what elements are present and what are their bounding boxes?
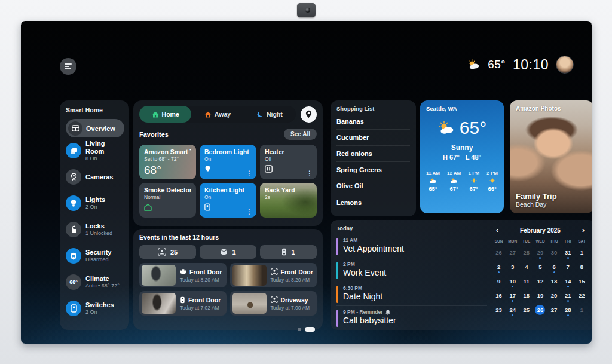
card-menu-icon[interactable]: ⋮ (246, 208, 253, 215)
sidebar-item-climate[interactable]: 68° ClimateAuto • 68°-72° (66, 269, 124, 295)
sidebar-item-sub: 1 Unlocked (85, 230, 112, 237)
sidebar-item-sub: 2 On (85, 204, 105, 210)
calendar-day[interactable]: 14 (561, 274, 575, 288)
mode-tab-bar: Home Away Night (139, 106, 296, 123)
counter-doorbell-events[interactable]: 1 (260, 245, 317, 259)
event-card[interactable]: Front Door Today at 8:20 AM (139, 263, 227, 287)
calendar-day[interactable]: 11 (519, 274, 533, 288)
event-card[interactable]: Front Door Today at 7:02 AM (139, 291, 227, 316)
calendar-day[interactable]: 16 (492, 288, 506, 302)
calendar-day[interactable]: 8 (575, 259, 589, 274)
shopping-list-item[interactable]: Spring Greens (336, 162, 410, 178)
agenda-item[interactable]: 6:30 PMDate Night (336, 282, 487, 306)
agenda-color-bar (336, 262, 338, 279)
tab-home[interactable]: Home (139, 106, 191, 123)
device-card-heater[interactable]: Heater Off ⋮ (260, 145, 317, 179)
calendar-day[interactable]: 17 (506, 288, 519, 302)
calendar-day[interactable]: 18 (519, 288, 533, 302)
calendar-day[interactable]: 25 (519, 302, 533, 317)
shopping-list-item[interactable]: Red onions (336, 146, 410, 162)
hourly-forecast: 2 PM 66° (486, 170, 498, 192)
calendar-day[interactable]: 26 (492, 245, 506, 259)
calendar-day[interactable]: 13 (547, 274, 561, 288)
calendar-day[interactable]: 1 (575, 245, 589, 259)
sidebar-item-lights[interactable]: Lights2 On (66, 190, 124, 216)
event-card[interactable]: Front Door Today at 8:20 AM (230, 263, 317, 287)
agenda-item[interactable]: 2 PMWork Event (336, 258, 487, 282)
card-menu-icon[interactable]: ⋮ (306, 170, 313, 177)
device-card-smoke-detector[interactable]: Smoke Detector Normal (139, 183, 196, 218)
calendar-day[interactable]: 26 (533, 302, 547, 317)
calendar-day[interactable]: 9 (492, 274, 506, 288)
tab-away[interactable]: Away (191, 106, 243, 123)
calendar-day[interactable]: 1 (575, 302, 589, 317)
sidebar-item-locks[interactable]: Locks1 Unlocked (66, 216, 124, 243)
device-card-kitchen-light[interactable]: Kitchen Light On ⋮ (200, 183, 256, 218)
calendar-day[interactable]: 30 (547, 245, 561, 259)
calendar-day[interactable]: 20 (547, 288, 561, 302)
calendar-day[interactable]: 3 (506, 259, 519, 274)
event-card[interactable]: Driveway Today at 7:00 AM (230, 291, 317, 316)
calendar-day[interactable]: 5 (533, 259, 547, 274)
device-card-back-yard-camera[interactable]: Back Yard 2s (260, 183, 317, 218)
location-button[interactable] (301, 106, 317, 123)
calendar-day[interactable]: 4 (519, 259, 533, 274)
calendar-prev-button[interactable]: ‹ (494, 226, 500, 234)
weather-widget[interactable]: Seattle, WA 65° Sunny H 67° L 48° 11 AM … (420, 100, 504, 213)
favorites-title: Favorites (139, 131, 169, 138)
calendar-day[interactable]: 15 (575, 274, 589, 288)
shopping-list-item[interactable]: Olive Oil (336, 178, 410, 194)
sidebar-item-switches[interactable]: Switches2 On (66, 295, 124, 322)
bulb-icon (66, 195, 81, 211)
hourly-forecast: 11 AM 65° (426, 170, 440, 192)
device-card-bedroom-light[interactable]: Bedroom Light On ⋮ (200, 145, 256, 179)
tab-night[interactable]: Night (244, 106, 296, 123)
events-panel: Events in the last 12 hours 25 1 1 (133, 229, 323, 330)
page-dot[interactable] (298, 328, 301, 331)
hamburger-menu-button[interactable] (60, 58, 76, 75)
calendar-day[interactable]: 22 (575, 288, 589, 302)
shopping-list-item[interactable]: Lemons (336, 194, 410, 210)
sidebar-item-overview[interactable]: Overview (66, 119, 124, 137)
calendar-day[interactable]: 2 (492, 259, 506, 274)
calendar-day[interactable]: 28 (519, 245, 533, 259)
photos-widget[interactable]: Amazon Photos Family Trip Beach Day (510, 100, 592, 213)
calendar-day[interactable]: 29 (533, 245, 547, 259)
calendar-day[interactable]: 27 (547, 302, 561, 317)
partly-cloudy-icon (450, 178, 458, 183)
sidebar: Smart Home Overview Living Room8 On Came… (60, 100, 129, 330)
topbar-status: 65° 10:10 (467, 56, 574, 74)
counter-person-events[interactable]: 25 (139, 245, 196, 259)
camera-icon (66, 169, 81, 185)
shopping-list-item[interactable]: Bananas (336, 114, 410, 130)
calendar-day[interactable]: 12 (533, 274, 547, 288)
device-card-thermostat[interactable]: Amazon Smart T... Set to 68° - 72° 68° (139, 145, 196, 179)
calendar-day[interactable]: 31 (561, 245, 575, 259)
agenda-item[interactable]: 11 AMVet Appointment (336, 234, 487, 258)
calendar-day[interactable]: 27 (506, 245, 519, 259)
shopping-list-item[interactable]: Cucumber (336, 130, 410, 146)
sidebar-item-security[interactable]: SecurityDisarmed (66, 243, 124, 269)
calendar-day[interactable]: 28 (561, 302, 575, 317)
calendar-day[interactable]: 19 (533, 288, 547, 302)
calendar-day[interactable]: 24 (506, 302, 519, 317)
sidebar-item-label: Overview (86, 125, 115, 132)
sidebar-item-living-room[interactable]: Living Room8 On (66, 137, 124, 164)
favorites-grid: Amazon Smart T... Set to 68° - 72° 68° B… (139, 145, 317, 218)
counter-package-events[interactable]: 1 (200, 245, 256, 259)
camera-lens-icon (305, 8, 310, 13)
sidebar-item-cameras[interactable]: Cameras (66, 164, 124, 190)
calendar-day[interactable]: 23 (492, 302, 506, 317)
page-dot-active[interactable] (305, 327, 315, 332)
see-all-button[interactable]: See All (284, 129, 317, 140)
calendar-next-button[interactable]: › (580, 226, 586, 234)
calendar-day[interactable]: 21 (561, 288, 575, 302)
calendar-day[interactable]: 10 (506, 274, 519, 288)
card-menu-icon[interactable]: ⋮ (246, 170, 253, 177)
calendar-day[interactable]: 7 (561, 259, 575, 274)
weather-hourly: 11 AM 65° 12 AM 67° 1 PM 67° 2 PM (426, 170, 498, 192)
hourly-forecast: 12 AM 67° (447, 170, 461, 192)
agenda-item[interactable]: 9 PM - Reminder Call babysitter (336, 306, 487, 329)
calendar-day[interactable]: 6 (547, 259, 561, 274)
user-avatar[interactable] (556, 56, 574, 74)
